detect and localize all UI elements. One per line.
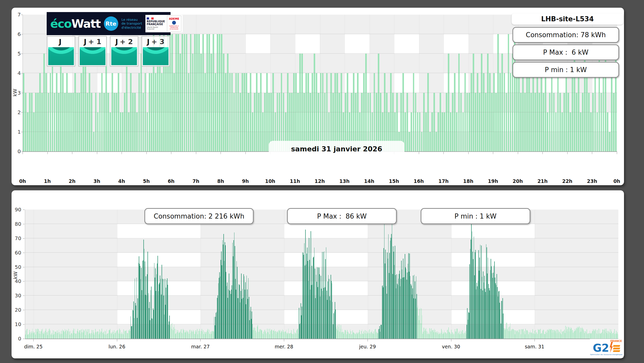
axis-label: 10h [265,178,275,184]
checker-cell [117,253,201,267]
axis-tick [21,151,23,152]
bar [173,73,175,151]
bar [601,93,602,151]
checker-cell [295,34,320,54]
axis-label: 1 [12,129,21,135]
bar [91,93,92,151]
week-consumption-badge: Consommation: 2 216 kWh [144,208,254,224]
bar [469,93,470,151]
bar [161,73,163,151]
bar [107,93,109,151]
bar [89,73,90,151]
bar [365,54,367,151]
day-gridline [201,210,201,339]
checker-cell [451,224,535,238]
bar [433,93,435,151]
button-day-j1[interactable]: J+ 1 [78,36,107,67]
bar [225,73,226,151]
bar [516,73,518,151]
bar [508,34,509,151]
axis-tick [617,152,617,154]
bar [491,93,493,151]
lightning-bolt-icon [609,342,613,353]
bar [120,112,121,151]
bar [213,34,214,151]
bar [402,73,404,151]
bar [219,34,220,151]
bar [35,93,37,151]
week-chart-plot [25,210,618,339]
bar [45,73,47,151]
bar [526,73,528,151]
bar [233,93,235,151]
bar [456,112,458,151]
bar [186,34,187,151]
axis-label: lun. 26 [108,344,125,349]
axis-label: 19h [488,178,498,184]
button-day-j3[interactable]: J+ 3 [141,36,170,67]
bar [101,73,103,151]
bar [31,93,33,151]
bar [138,73,140,151]
bar [326,73,328,151]
bar [425,112,427,151]
ecowatt-wordmark: écoWatt [50,17,101,31]
button-day-j[interactable]: J [47,36,75,67]
checker-cell [451,253,535,267]
bar [460,93,462,151]
gridline [25,324,618,324]
axis-label: 80 [13,221,21,227]
checker-cell [284,224,368,238]
bar [272,73,274,151]
panel-day-chart: 0h1h2h3h4h5h6h7h8h9h10h11h12h13h14h15h16… [12,8,624,185]
axis-label: 60 [13,250,21,256]
day-pmin-badge: P min : 1 kW [512,62,619,78]
axis-label: 70 [13,235,21,241]
bar [483,73,484,151]
bar [357,73,359,151]
bar [105,54,107,151]
axis-label: 14h [364,178,374,184]
bar [143,93,144,151]
axis-label: 21h [537,178,548,184]
bar [570,112,571,151]
checker-cell [117,224,201,238]
bar [204,73,206,151]
bar [99,93,101,151]
bar [66,73,68,151]
bar [543,93,544,151]
bar [211,54,212,151]
bar [231,73,233,151]
bar [438,112,439,151]
bar [417,112,419,151]
gridline [25,267,618,267]
bar [458,54,460,151]
bar [489,73,491,151]
axis-label: 90 [13,207,21,213]
axis-label: 0 [12,148,21,154]
bar [180,54,181,151]
bar [572,73,573,151]
bar [314,54,315,151]
bar [43,54,45,151]
axis-label: 11h [290,178,300,184]
bar [223,54,224,151]
bar [23,73,24,151]
ecowatt-logo: écoWatt Rte Le réseau de transport d'éle… [47,12,171,35]
button-day-j2[interactable]: J+ 2 [110,36,138,67]
bar [295,73,297,151]
bar [419,112,421,151]
day-gridline [535,210,535,339]
bar [256,73,257,151]
axis-tick [284,339,284,341]
bar [444,112,445,151]
axis-label: 6 [12,31,21,37]
axis-label: ven. 30 [442,344,460,349]
bar [87,93,88,151]
bar [48,93,49,151]
axis-label: 40 [13,278,21,284]
bar [132,93,134,151]
bar [95,93,97,151]
bar [266,73,268,151]
ademe-logo: ADEME AGENCE DE LA TRANSITION ÉCOLOGIQUE [167,16,182,32]
